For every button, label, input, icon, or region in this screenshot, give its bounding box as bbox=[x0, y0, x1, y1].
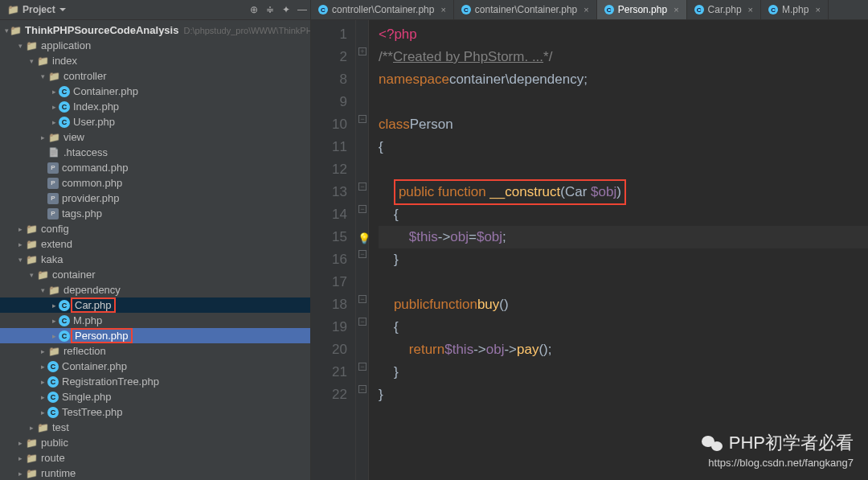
tree-item[interactable]: provider.php bbox=[0, 191, 310, 206]
tree-item[interactable]: M.php bbox=[0, 313, 310, 328]
fold-icon[interactable]: − bbox=[358, 250, 366, 258]
fold-icon[interactable]: − bbox=[358, 183, 366, 191]
code-text: } bbox=[379, 384, 383, 406]
fold-icon[interactable]: − bbox=[358, 318, 366, 326]
tree-item[interactable]: extend bbox=[0, 236, 310, 252]
tree-item[interactable]: container bbox=[0, 267, 310, 282]
editor-area: controller\Container.php×container\Conta… bbox=[311, 0, 868, 480]
close-icon[interactable]: × bbox=[674, 5, 678, 14]
code-text: } bbox=[394, 361, 399, 384]
line-number: 11 bbox=[311, 136, 347, 158]
tree-item[interactable]: view bbox=[0, 129, 310, 145]
project-tree[interactable]: ThinkPHPSourceCodeAnalysisD:\phpstudy_pr… bbox=[0, 20, 310, 480]
tree-item[interactable]: .htaccess bbox=[0, 145, 310, 160]
tree-item[interactable]: kaka bbox=[0, 252, 310, 267]
tree-item[interactable]: common.php bbox=[0, 175, 310, 191]
fold-icon[interactable]: − bbox=[358, 295, 366, 303]
project-title[interactable]: Project bbox=[23, 4, 55, 15]
code-editor[interactable]: 128910111213141516171819202122 + − − − −… bbox=[311, 20, 868, 480]
tree-item[interactable]: tags.php bbox=[0, 206, 310, 221]
tree-item[interactable]: Index.php bbox=[0, 99, 310, 114]
editor-tab[interactable]: M.php× bbox=[761, 0, 829, 19]
line-gutter: 128910111213141516171819202122 bbox=[311, 20, 356, 480]
tree-item[interactable]: controller bbox=[0, 68, 310, 84]
code-content[interactable]: <?php /** Created by PhpStorm. ...*/ nam… bbox=[369, 20, 868, 480]
code-text: (); bbox=[538, 338, 551, 361]
folder-icon bbox=[6, 3, 19, 16]
file-icon bbox=[694, 5, 704, 14]
code-text: (Car bbox=[560, 184, 591, 199]
fold-icon[interactable]: − bbox=[358, 205, 366, 213]
code-text: $obj bbox=[591, 184, 616, 199]
tree-item[interactable]: dependency bbox=[0, 282, 310, 297]
file-icon bbox=[768, 5, 778, 14]
line-number: 17 bbox=[311, 271, 347, 293]
tree-item[interactable]: runtime bbox=[0, 466, 310, 480]
fold-icon[interactable]: − bbox=[358, 385, 366, 393]
watermark: PHP初学者必看 https://blog.csdn.net/fangkang7 bbox=[702, 431, 854, 469]
tree-item[interactable]: User.php bbox=[0, 114, 310, 129]
fold-icon[interactable]: − bbox=[358, 115, 366, 123]
fold-gutter[interactable]: + − − − − − − − − 💡 bbox=[356, 20, 369, 480]
tree-item[interactable]: test bbox=[0, 420, 310, 435]
editor-tab[interactable]: Person.php× bbox=[597, 0, 687, 19]
code-text: return bbox=[409, 338, 444, 361]
close-icon[interactable]: × bbox=[440, 5, 445, 14]
code-text: <?php bbox=[379, 23, 417, 46]
tree-item[interactable]: Car.php bbox=[0, 297, 310, 313]
tree-item[interactable]: ThinkPHPSourceCodeAnalysisD:\phpstudy_pr… bbox=[0, 23, 310, 38]
close-icon[interactable]: × bbox=[583, 5, 588, 14]
tree-item[interactable]: Single.php bbox=[0, 389, 310, 404]
editor-tabs: controller\Container.php×container\Conta… bbox=[311, 0, 868, 20]
expand-icon[interactable]: ≑ bbox=[262, 4, 278, 15]
file-icon bbox=[318, 5, 328, 14]
fold-icon[interactable]: − bbox=[358, 363, 366, 371]
code-text: buy bbox=[477, 293, 499, 316]
code-text: { bbox=[394, 203, 399, 226]
code-text: function bbox=[429, 293, 477, 316]
code-text: } bbox=[394, 248, 399, 271]
editor-tab[interactable]: controller\Container.php× bbox=[311, 0, 454, 19]
code-text: container\dependency; bbox=[449, 68, 588, 91]
tree-item[interactable]: Person.php bbox=[0, 328, 310, 343]
hide-icon[interactable]: — bbox=[294, 4, 310, 15]
highlight-box: public function __construct(Car $obj) bbox=[394, 179, 626, 205]
fold-icon[interactable]: + bbox=[358, 47, 366, 55]
tree-item[interactable]: TestTree.php bbox=[0, 404, 310, 420]
close-icon[interactable]: × bbox=[815, 5, 820, 14]
line-number: 15 bbox=[311, 226, 347, 248]
tree-item[interactable]: reflection bbox=[0, 343, 310, 359]
line-number: 9 bbox=[311, 91, 347, 113]
line-number: 8 bbox=[311, 68, 347, 91]
editor-tab[interactable]: Car.php× bbox=[687, 0, 761, 19]
editor-tab[interactable]: container\Container.php× bbox=[454, 0, 597, 19]
tree-item[interactable]: Container.php bbox=[0, 84, 310, 99]
tree-item[interactable]: config bbox=[0, 221, 310, 236]
chevron-down-icon[interactable] bbox=[59, 8, 66, 11]
locate-icon[interactable]: ⊕ bbox=[246, 4, 262, 15]
project-sidebar: Project ⊕ ≑ ✦ — ThinkPHPSourceCodeAnalys… bbox=[0, 0, 311, 480]
code-text: $this bbox=[409, 226, 438, 248]
line-number: 14 bbox=[311, 203, 347, 226]
line-number: 1 bbox=[311, 23, 347, 46]
close-icon[interactable]: × bbox=[748, 5, 753, 14]
gear-icon[interactable]: ✦ bbox=[278, 4, 294, 15]
line-number: 20 bbox=[311, 338, 347, 361]
line-number: 2 bbox=[311, 46, 347, 68]
code-text: obj bbox=[486, 338, 505, 361]
code-text: public bbox=[399, 184, 434, 199]
tree-item[interactable]: RegistrationTree.php bbox=[0, 374, 310, 389]
tree-item[interactable]: application bbox=[0, 38, 310, 53]
code-text: /** bbox=[379, 46, 393, 68]
tree-item[interactable]: Container.php bbox=[0, 359, 310, 374]
code-text: class bbox=[379, 113, 410, 136]
tree-item[interactable]: route bbox=[0, 450, 310, 466]
line-number: 18 bbox=[311, 293, 347, 316]
tree-item[interactable]: command.php bbox=[0, 160, 310, 175]
tree-item[interactable]: index bbox=[0, 53, 310, 68]
line-number: 22 bbox=[311, 384, 347, 406]
code-text: -> bbox=[438, 226, 451, 248]
tree-item[interactable]: public bbox=[0, 435, 310, 450]
code-text: -> bbox=[504, 338, 517, 361]
code-text: namespace bbox=[379, 68, 449, 91]
